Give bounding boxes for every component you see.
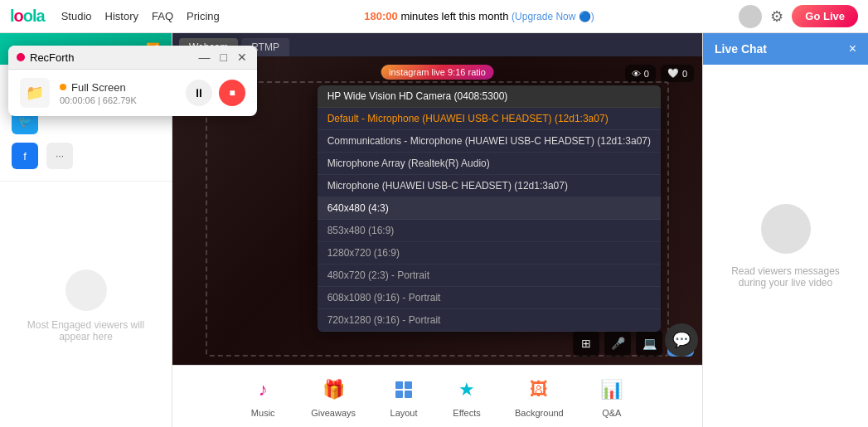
- camera-dropdown: HP Wide Vision HD Camera (0408:5300) Def…: [318, 85, 661, 332]
- minutes-left: 180:00: [364, 10, 397, 22]
- recording-info: Full Screen 00:00:06 | 662.79K: [60, 81, 176, 105]
- chat-close-button[interactable]: ×: [849, 41, 856, 56]
- likes-button[interactable]: 🤍 0: [661, 65, 694, 82]
- toolbar-effects[interactable]: ★ Effects: [452, 375, 482, 418]
- dropdown-mic-1[interactable]: Default - Microphone (HUAWEI USB-C HEADS…: [318, 108, 661, 130]
- app-logo[interactable]: loola: [10, 7, 45, 26]
- qa-label: Q&A: [602, 408, 621, 418]
- stop-button[interactable]: ■: [219, 80, 245, 106]
- dropdown-mic-2[interactable]: Communications - Microphone (HUAWEI USB-…: [318, 130, 661, 153]
- recording-window-controls: — □ ✕: [197, 51, 249, 64]
- sidebar-engaged-section: Most Engaged viewers will appear here: [0, 185, 172, 427]
- background-label: Background: [515, 408, 564, 418]
- recording-title: RecForth: [30, 51, 74, 64]
- pause-button[interactable]: ⏸: [186, 80, 212, 106]
- nav-faq[interactable]: FAQ: [152, 10, 173, 22]
- engaged-avatar: [65, 269, 107, 311]
- layout-icon: [389, 375, 419, 405]
- toolbar-music[interactable]: ♪ Music: [248, 375, 278, 418]
- close-button[interactable]: ✕: [235, 51, 249, 64]
- recording-status-dot: [60, 84, 66, 90]
- toolbar-qa[interactable]: 📊 Q&A: [597, 375, 627, 418]
- music-label: Music: [251, 408, 275, 418]
- social-icon-facebook[interactable]: f: [12, 143, 38, 169]
- dropdown-mic-4[interactable]: Microphone (HUAWEI USB-C HEADSET) (12d1:…: [318, 175, 661, 197]
- recording-title-bar: RecForth — □ ✕: [8, 46, 257, 70]
- screen-share-button[interactable]: 💻: [636, 330, 662, 357]
- settings-button[interactable]: ⚙: [770, 7, 783, 26]
- nav-history[interactable]: History: [105, 10, 138, 22]
- top-nav: loola Studio History FAQ Pricing 180:00 …: [0, 0, 868, 33]
- svg-rect-3: [405, 391, 412, 398]
- dropdown-res-6[interactable]: 720x1280 (9:16) - Portrait: [318, 309, 661, 332]
- giveaways-label: Giveaways: [311, 408, 356, 418]
- minutes-label: minutes left this month: [400, 10, 508, 22]
- file-icon: 📁: [20, 78, 50, 108]
- recording-actions: ⏸ ■: [186, 80, 245, 106]
- toolbar-background[interactable]: 🖼 Background: [515, 375, 564, 418]
- music-icon: ♪: [248, 375, 278, 405]
- avatar[interactable]: [739, 5, 762, 28]
- svg-rect-2: [395, 391, 403, 398]
- effects-label: Effects: [453, 408, 480, 418]
- chat-body: Read viewers messages during your live v…: [703, 65, 868, 427]
- recording-dot: [17, 53, 25, 61]
- top-center-info: 180:00 minutes left this month (Upgrade …: [236, 10, 723, 22]
- instagram-ratio-badge: instagram live 9:16 ratio: [381, 65, 494, 80]
- recording-body: 📁 Full Screen 00:00:06 | 662.79K ⏸ ■: [8, 70, 257, 116]
- dropdown-res-2[interactable]: 853x480 (16:9): [318, 220, 661, 242]
- maximize-button[interactable]: □: [219, 51, 229, 64]
- support-chat-bubble[interactable]: 💬: [665, 323, 698, 357]
- dropdown-res-4[interactable]: 480x720 (2:3) - Portrait: [318, 264, 661, 287]
- giveaways-icon: 🎁: [318, 375, 348, 405]
- toolbar-giveaways[interactable]: 🎁 Giveaways: [311, 375, 356, 418]
- nav-studio[interactable]: Studio: [61, 10, 92, 22]
- social-icons-row2: f ···: [0, 143, 172, 177]
- dropdown-res-1[interactable]: 640x480 (4:3): [318, 197, 661, 220]
- dropdown-camera-header: HP Wide Vision HD Camera (0408:5300): [318, 85, 661, 108]
- top-right: ⚙ Go Live: [739, 5, 858, 28]
- layout-toggle-button[interactable]: ⊞: [573, 330, 599, 357]
- sidebar-divider: [0, 181, 172, 182]
- chat-empty-text: Read viewers messages during your live v…: [720, 265, 851, 289]
- recording-size: 662.79K: [103, 95, 137, 105]
- effects-icon: ★: [452, 375, 482, 405]
- mic-button[interactable]: 🎤: [604, 330, 631, 357]
- live-chat-header: Live Chat ×: [703, 33, 868, 65]
- chat-avatar: [761, 204, 811, 254]
- nav-pricing[interactable]: Pricing: [187, 10, 220, 22]
- dropdown-res-5[interactable]: 608x1080 (9:16) - Portrait: [318, 287, 661, 309]
- stage-controls-top: 👁 0 🤍 0: [625, 65, 694, 82]
- engaged-label: Most Engaged viewers will appear here: [17, 319, 155, 342]
- upgrade-link[interactable]: (Upgrade Now 🔵): [512, 11, 594, 22]
- svg-rect-1: [405, 381, 412, 389]
- live-chat-title: Live Chat: [715, 42, 767, 56]
- recording-window: RecForth — □ ✕ 📁 Full Screen 00:00:06 | …: [8, 46, 257, 116]
- views-button[interactable]: 👁 0: [625, 65, 656, 82]
- minimize-button[interactable]: —: [197, 51, 212, 64]
- social-icon-more[interactable]: ···: [46, 143, 73, 169]
- bottom-toolbar: ♪ Music 🎁 Giveaways Layout: [172, 365, 702, 427]
- dropdown-mic-3[interactable]: Microphone Array (Realtek(R) Audio): [318, 153, 661, 175]
- qa-icon: 📊: [597, 375, 627, 405]
- toolbar-layout[interactable]: Layout: [389, 375, 419, 418]
- nav-links: Studio History FAQ Pricing: [61, 10, 220, 22]
- recording-title-left: RecForth: [17, 51, 74, 64]
- recording-name: Full Screen: [60, 81, 176, 94]
- svg-rect-0: [395, 381, 403, 389]
- go-live-button[interactable]: Go Live: [792, 5, 858, 27]
- recording-meta: 00:00:06 | 662.79K: [60, 95, 176, 105]
- background-icon: 🖼: [524, 375, 554, 405]
- recording-time: 00:00:06: [60, 95, 95, 105]
- dropdown-res-3[interactable]: 1280x720 (16:9): [318, 242, 661, 264]
- layout-label: Layout: [390, 408, 418, 418]
- right-sidebar: Live Chat × Read viewers messages during…: [702, 33, 868, 427]
